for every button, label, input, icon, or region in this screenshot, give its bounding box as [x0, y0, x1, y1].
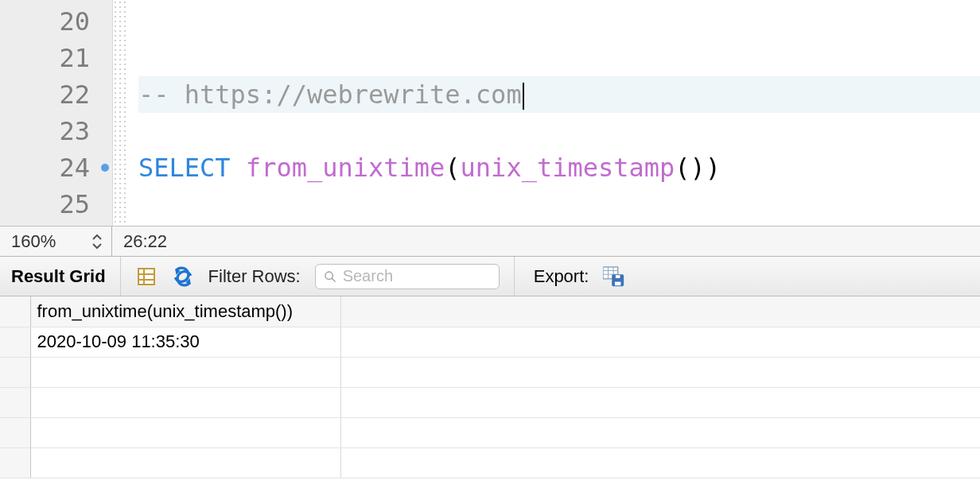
- export-label: Export:: [534, 266, 589, 287]
- code-line[interactable]: [138, 113, 980, 149]
- result-toolbar: Result Grid Filter Rows: Export:: [0, 257, 980, 296]
- cursor-position: 26:22: [112, 231, 167, 252]
- divider: [514, 257, 515, 296]
- code-line[interactable]: [138, 186, 980, 223]
- filter-rows-label: Filter Rows:: [208, 266, 301, 287]
- result-grid[interactable]: from_unixtime(unix_timestamp()) 2020-10-…: [0, 296, 980, 478]
- gutter-line-number: 24: [0, 149, 112, 186]
- chevron-down-icon: [92, 243, 102, 250]
- editor-gutter: 202122232425: [0, 0, 113, 226]
- svg-rect-14: [615, 281, 620, 285]
- svg-line-7: [332, 277, 336, 281]
- code-line[interactable]: SELECT from_unixtime(unix_timestamp()): [138, 149, 980, 186]
- cell[interactable]: 2020-10-09 11:35:30: [30, 327, 340, 357]
- code-line[interactable]: [138, 40, 980, 76]
- column-header[interactable]: from_unixtime(unix_timestamp()): [30, 296, 340, 327]
- sql-editor[interactable]: 202122232425 -- https://webrewrite.comSE…: [0, 0, 980, 227]
- code-line[interactable]: [138, 3, 980, 40]
- divider: [120, 257, 121, 296]
- table-row-empty: [0, 357, 980, 387]
- refresh-icon[interactable]: [172, 265, 194, 288]
- svg-point-6: [325, 272, 332, 279]
- text-caret: [523, 83, 524, 110]
- filter-search-input[interactable]: [343, 267, 491, 285]
- statement-marker-icon: [101, 164, 109, 172]
- editor-status-bar: 160% 26:22: [0, 227, 980, 257]
- zoom-level[interactable]: 160%: [0, 231, 83, 252]
- table-row-empty: [0, 447, 980, 478]
- gutter-line-number: 23: [0, 113, 112, 149]
- search-icon: [324, 269, 336, 284]
- code-line[interactable]: -- https://webrewrite.com: [138, 76, 980, 113]
- export-save-icon[interactable]: [603, 265, 625, 288]
- gutter-line-number: 20: [0, 3, 112, 40]
- grid-view-icon[interactable]: [135, 265, 158, 288]
- result-grid-label: Result Grid: [11, 266, 106, 287]
- zoom-stepper[interactable]: [83, 234, 111, 250]
- chevron-up-icon: [92, 234, 102, 240]
- svg-rect-15: [616, 275, 620, 278]
- gutter-line-number: 25: [0, 186, 112, 223]
- row-number-header: [0, 296, 30, 327]
- table-row[interactable]: 2020-10-09 11:35:30: [0, 327, 980, 357]
- svg-rect-0: [138, 269, 154, 285]
- editor-code-area[interactable]: -- https://webrewrite.comSELECT from_uni…: [127, 0, 980, 226]
- gutter-line-number: 22: [0, 76, 112, 113]
- table-row-empty: [0, 387, 980, 417]
- editor-fold-strip: [113, 0, 127, 226]
- table-row-empty: [0, 417, 980, 447]
- filter-search-box[interactable]: [315, 264, 500, 289]
- gutter-line-number: 21: [0, 40, 112, 76]
